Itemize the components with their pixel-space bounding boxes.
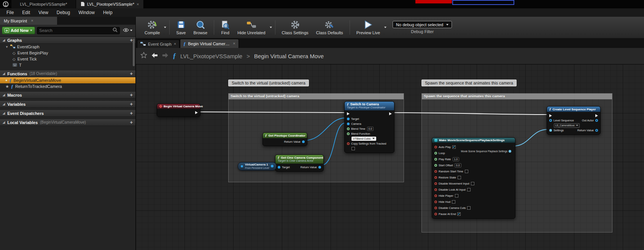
blend-time-pin[interactable] <box>347 127 350 130</box>
random-start-time-checkbox[interactable] <box>465 170 468 173</box>
start-offset-pin[interactable] <box>434 164 437 167</box>
add-event-dispatcher-button[interactable]: + <box>130 110 133 116</box>
search-input[interactable] <box>39 28 111 33</box>
browse-button[interactable]: Browse <box>190 19 211 36</box>
menu-debug[interactable]: Debug <box>52 10 74 15</box>
menu-window[interactable]: Window <box>74 10 99 15</box>
target-pin[interactable] <box>347 118 350 120</box>
pause-at-end-checkbox[interactable]: ✔ <box>457 212 461 216</box>
loop-pin[interactable] <box>434 152 437 154</box>
hide-player-checkbox[interactable] <box>455 194 458 197</box>
back-arrow-icon[interactable] <box>151 53 158 60</box>
random-start-time-pin[interactable] <box>434 170 437 173</box>
exec-in-pin[interactable] <box>347 112 350 115</box>
exec-in-pin[interactable] <box>549 114 552 117</box>
class-defaults-button[interactable]: Class Defaults <box>313 19 347 36</box>
exec-out-pin[interactable] <box>195 111 198 114</box>
node-virtualcamera-variable[interactable]: VirtualCamera 1 From Persistent Level <box>238 162 277 170</box>
chevron-down-icon[interactable] <box>164 27 166 28</box>
disable-look-at-input-pin[interactable] <box>434 188 437 191</box>
view-options-button[interactable] <box>122 27 134 34</box>
return-value-pin[interactable] <box>302 140 305 143</box>
expand-triangle-icon[interactable]: ◢ <box>3 102 5 106</box>
blend-time-value[interactable]: 0.0 <box>367 127 374 131</box>
preview-live-button[interactable]: Preview Live <box>353 19 383 36</box>
node-get-pixotope-coordinator[interactable]: ƒGet Pixotope Coordinator Return Value <box>262 132 307 146</box>
expand-triangle-icon[interactable]: ▼ <box>5 45 8 49</box>
sidebar-scrollbar[interactable] <box>133 39 135 66</box>
return-value-pin[interactable] <box>595 129 598 132</box>
tab-my-blueprint[interactable]: My Blueprint × <box>0 17 57 25</box>
menu-help[interactable]: Help <box>99 10 117 15</box>
section-functions[interactable]: ◢ Functions (18 Overridable) + <box>0 70 135 77</box>
auto-play-pin[interactable] <box>434 146 437 148</box>
menu-file[interactable]: File <box>2 10 18 15</box>
expand-triangle-icon[interactable]: ◢ <box>3 72 5 75</box>
copy-settings-pin[interactable] <box>347 142 350 145</box>
tree-item-event-tick[interactable]: ◇ Event Tick <box>0 56 135 62</box>
add-graph-button[interactable]: + <box>130 37 133 43</box>
exec-out-pin[interactable] <box>389 112 392 115</box>
graph-canvas[interactable]: Switch to the virtual (untracked) camera… <box>136 64 644 250</box>
section-graphs[interactable]: ◢ Graphs + <box>0 37 135 44</box>
tab-event-graph[interactable]: Event Graph × <box>137 40 180 48</box>
tree-item-eventgraph[interactable]: ▼ EventGraph <box>0 44 135 50</box>
find-button[interactable]: Find <box>217 19 233 36</box>
target-pin[interactable] <box>278 166 280 169</box>
window-tab-level-active[interactable]: LVL_PixotopeVSSample* × <box>76 0 144 8</box>
node-make-playback-settings[interactable]: Make MovieSceneSequencePlaybackSettings … <box>432 137 515 219</box>
hide-unrelated-button[interactable]: Hide Unrelated <box>234 19 269 36</box>
pause-at-end-pin[interactable] <box>434 213 437 215</box>
chevron-down-icon[interactable] <box>384 27 386 28</box>
tree-item-event-beginplay[interactable]: ◇ Event BeginPlay <box>0 50 135 56</box>
add-local-variable-button[interactable]: + <box>130 119 133 125</box>
compile-button[interactable]: Compile <box>141 19 163 36</box>
expand-triangle-icon[interactable]: ◢ <box>3 93 5 97</box>
exec-out-pin[interactable] <box>595 114 598 117</box>
chevron-down-icon[interactable] <box>270 27 272 28</box>
disable-movement-input-checkbox[interactable] <box>471 182 474 185</box>
menu-edit[interactable]: Edit <box>18 10 34 15</box>
forward-arrow-icon[interactable] <box>162 53 169 60</box>
expand-triangle-icon[interactable]: ◢ <box>3 38 5 42</box>
save-button[interactable]: Save <box>173 19 189 36</box>
section-local-variables[interactable]: ◢ Local Variables (BeginVirtualCameraMov… <box>0 119 135 126</box>
disable-movement-input-pin[interactable] <box>434 182 437 185</box>
node-begin-virtual-camera-move[interactable]: Begin Virtual Camera Move <box>157 104 200 117</box>
node-get-cine-camera-component[interactable]: ƒGet Cine Camera Component Target is Cin… <box>275 154 324 172</box>
add-macro-button[interactable]: + <box>130 92 133 98</box>
settings-out-pin[interactable] <box>509 150 511 153</box>
node-create-level-sequence-player[interactable]: ƒCreate Level Sequence Player Level Sequ… <box>547 106 601 135</box>
comment-title[interactable]: Spawn the sequence that animates this ca… <box>422 94 612 99</box>
debug-object-select[interactable]: No debug object selected <box>393 21 452 28</box>
tab-begin-virtual-camera-move[interactable]: ƒ Begin Virtual Camera Move × <box>180 39 239 48</box>
section-macros[interactable]: ◢ Macros + <box>0 91 135 99</box>
menu-view[interactable]: View <box>34 10 52 15</box>
level-sequence-pin[interactable] <box>549 119 552 122</box>
close-icon[interactable]: × <box>31 19 33 23</box>
chevron-down-icon[interactable] <box>30 30 32 31</box>
auto-play-checkbox[interactable]: ✔ <box>452 145 456 149</box>
start-offset-value[interactable]: 0.0 <box>455 163 461 167</box>
level-sequence-dropdown[interactable]: LS_CameraMove <box>554 123 580 128</box>
restore-state-checkbox[interactable] <box>458 176 461 179</box>
blend-function-pin[interactable] <box>347 132 350 135</box>
out-actor-pin[interactable] <box>595 119 598 122</box>
add-new-button[interactable]: + Add New <box>2 27 35 34</box>
copy-settings-checkbox[interactable] <box>351 147 355 150</box>
comment-title[interactable]: Switch to the virtual (untracked) camera <box>229 94 404 99</box>
add-variable-button[interactable]: + <box>130 101 133 107</box>
variable-out-pin[interactable] <box>271 165 274 167</box>
disable-look-at-input-checkbox[interactable] <box>467 188 471 191</box>
window-tab-level[interactable]: LVL_PixotopeVSSample* <box>11 0 76 8</box>
add-function-button[interactable]: + <box>130 71 133 76</box>
class-settings-button[interactable]: Class Settings <box>278 19 312 36</box>
return-value-pin[interactable] <box>318 166 321 169</box>
hide-hud-checkbox[interactable] <box>452 200 455 204</box>
tree-item-returntotrackedcamera[interactable]: ★ ƒ ReturnToTrackedCamera <box>0 83 135 89</box>
close-icon[interactable]: × <box>137 2 139 6</box>
hide-player-pin[interactable] <box>434 194 437 197</box>
blend-function-dropdown[interactable]: VTBlend Cubic <box>351 137 376 141</box>
disable-camera-cuts-pin[interactable] <box>434 207 437 209</box>
expand-triangle-icon[interactable]: ◢ <box>3 121 5 124</box>
